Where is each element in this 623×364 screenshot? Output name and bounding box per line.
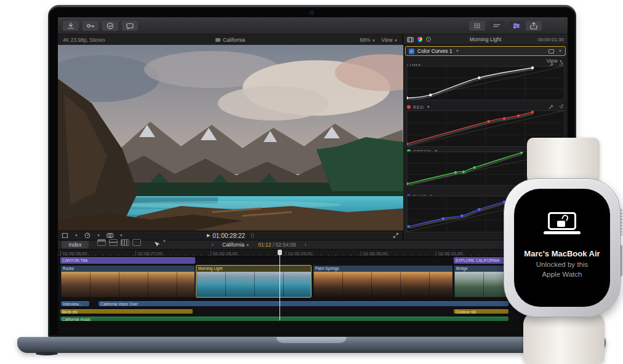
video-inspector-icon[interactable] (407, 34, 414, 45)
transport[interactable]: ▶ 01:00:28:22 (160, 232, 300, 239)
clip-appearance-icon[interactable] (121, 239, 129, 246)
chevron-down-icon: ▼ (456, 49, 459, 53)
clip-appearance-icon[interactable] (132, 239, 141, 246)
toolbar-right-group (469, 21, 525, 31)
ruler-label: 01:00:26:00 (60, 251, 87, 256)
watch-status-text: Unlocked by this Apple Watch (536, 260, 588, 279)
video-clip[interactable]: Palm Springs (313, 265, 453, 298)
correction-name: Color Curves 1 (417, 48, 452, 54)
clip-thumbnail (196, 272, 311, 297)
audio-clip[interactable]: California Voice Over (98, 301, 508, 306)
chevron-down-icon: ▼ (246, 243, 249, 247)
audio-clip[interactable]: Outdoor sfx (454, 309, 508, 314)
viewer-header-right: 68% ▼ View ▼ (299, 37, 398, 43)
video-clip-selected[interactable]: Morning Light (196, 265, 312, 298)
viewer-panel: 4K 23.98p, Stereo California 68% ▼ View … (58, 34, 403, 240)
clip-format-info: 4K 23.98p, Stereo (63, 37, 161, 43)
share-icon[interactable] (526, 21, 542, 31)
chevron-down-icon: ▼ (119, 234, 123, 237)
playhead-handle[interactable] (278, 250, 282, 255)
eyedropper-icon[interactable] (549, 104, 554, 111)
ruler-label: 01:00:28:00 (211, 251, 238, 256)
final-cut-pro-window: 4K 23.98p, Stereo California 68% ▼ View … (58, 17, 568, 334)
browser-icon[interactable] (469, 21, 485, 31)
video-clip[interactable]: Rocks (60, 265, 195, 298)
correction-selector[interactable]: ✓ Color Curves 1 ▼ ▼ (405, 46, 566, 56)
timeline-timecode: 01:12 / 02:54:08 (258, 242, 295, 248)
mountain-lake-scene (58, 45, 403, 231)
video-preview[interactable] (58, 45, 403, 231)
inspector-icon[interactable] (508, 21, 525, 31)
unlocked-macbook-icon (542, 212, 582, 237)
audio-clip[interactable]: Interview... (61, 301, 89, 306)
clip-appearance-icon[interactable] (109, 239, 118, 246)
clip-appearance-icons: ▼ (97, 239, 166, 250)
chevron-down-icon: ▼ (427, 105, 431, 109)
correction-enabled-checkbox[interactable]: ✓ (409, 49, 414, 54)
background-tasks-icon[interactable] (102, 21, 118, 31)
inspector-clip-title: Morning Light (444, 36, 527, 42)
view-dropdown[interactable]: View (381, 37, 392, 43)
media-tag-icon[interactable] (122, 21, 138, 31)
watch-band-bottom (523, 311, 605, 364)
stage: 4K 23.98p, Stereo California 68% ▼ View … (0, 0, 623, 364)
macbook-foot (36, 352, 58, 355)
ruler-label: 01:00:31:00 (436, 251, 463, 256)
timeline-toolbar: Index ▼ ‹ California ▼ 01:12 / (58, 240, 568, 250)
macbook-lid-notch (276, 337, 347, 343)
inspector-clip-duration: 00:00:01:30 (527, 37, 564, 42)
viewer-header: 4K 23.98p, Stereo California 68% ▼ View … (58, 34, 403, 45)
clip-thumbnail (61, 272, 195, 297)
apple-watch: Marc's MacBook Air Unlocked by this Appl… (504, 178, 621, 317)
timeline-project-name[interactable]: California ▼ (222, 242, 249, 248)
import-icon[interactable] (63, 21, 79, 31)
select-tool-icon[interactable] (153, 239, 159, 250)
timeline-view-icon[interactable] (489, 21, 505, 31)
webcam-icon (310, 10, 314, 15)
title-clip[interactable]: CANYON Title (60, 257, 195, 264)
red-channel-icon (407, 105, 411, 109)
compare-icon[interactable] (549, 49, 554, 53)
chevron-down-icon: ▼ (163, 239, 166, 250)
audio-meters-icon (251, 233, 254, 238)
zoom-level-dropdown[interactable]: 68% (360, 37, 371, 43)
ruler-label: 01:00:27:00 (135, 251, 163, 256)
info-icon[interactable]: i (426, 37, 431, 42)
history-forward-icon[interactable]: › (305, 242, 307, 248)
ruler-label: 01:00:29:00 (286, 251, 313, 256)
clip-thumbnail (313, 272, 452, 297)
share-group (526, 21, 542, 31)
toolbar-left-group (63, 21, 138, 31)
index-button[interactable]: Index (62, 241, 89, 248)
color-inspector-icon[interactable] (417, 37, 422, 42)
timeline-navigation: ‹ California ▼ 01:12 / 02:54:08 › (212, 242, 307, 248)
timeline-tracks: CANYON Title EXPLORE CALIFORNIA Rocks Mo… (58, 257, 568, 321)
audio-clip[interactable]: Birds sfx (60, 309, 193, 314)
red-curve-label[interactable]: RED ▼ ↺ (407, 104, 564, 110)
chevron-down-icon: ▼ (74, 234, 78, 237)
music-clip[interactable]: California music (60, 317, 508, 321)
viewer-control-bar: ▼ ▼ ▼ ▶ 01:00:28:22 (58, 231, 403, 240)
history-back-icon[interactable]: ‹ (212, 242, 214, 248)
project-icon (215, 38, 220, 42)
viewer-timecode: 01:00:28:22 (212, 232, 245, 239)
play-icon[interactable]: ▶ (207, 233, 210, 238)
luma-curve-grid[interactable] (406, 66, 565, 100)
chevron-down-icon: ▼ (372, 39, 376, 42)
timeline-ruler[interactable]: 01:00:26:00 01:00:27:00 01:00:28:00 01:0… (58, 250, 568, 257)
inspector-header: i Morning Light 00:00:01:30 (403, 34, 568, 45)
app-toolbar (58, 17, 568, 34)
chevron-down-icon[interactable]: ▼ (558, 49, 562, 53)
watch-screen: Marc's MacBook Air Unlocked by this Appl… (514, 189, 610, 307)
chevron-down-icon: ▼ (97, 234, 100, 237)
watch-device-name: Marc's MacBook Air (524, 249, 600, 258)
key-icon[interactable] (82, 21, 98, 31)
reset-icon[interactable]: ↺ (559, 104, 564, 111)
chevron-down-icon: ▼ (394, 39, 398, 42)
viewer-project-title: California (161, 37, 299, 43)
playhead[interactable] (279, 250, 280, 320)
clip-appearance-icon[interactable] (97, 239, 106, 246)
ruler-label: 01:00:30:00 (361, 251, 388, 256)
